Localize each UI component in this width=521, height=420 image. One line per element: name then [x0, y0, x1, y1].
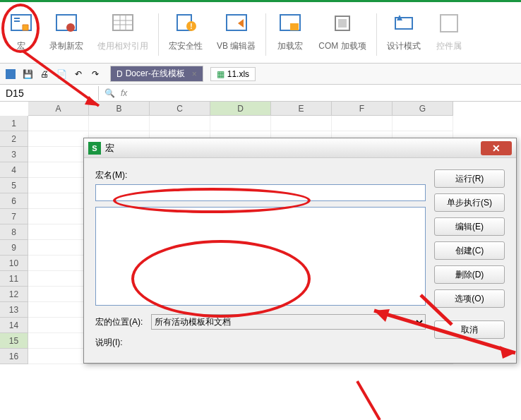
row-header[interactable]: 4 — [0, 162, 28, 178]
svg-line-27 — [357, 381, 380, 420]
menu-btn[interactable] — [3, 66, 18, 82]
cell[interactable] — [28, 271, 89, 287]
col-header[interactable]: A — [28, 102, 89, 116]
row-header[interactable]: 14 — [0, 318, 28, 333]
col-header[interactable]: F — [332, 102, 393, 116]
ribbon-design-mode[interactable]: 设计模式 — [380, 8, 428, 54]
cell[interactable] — [28, 162, 89, 178]
cell[interactable] — [28, 318, 89, 333]
redo-btn[interactable]: ↷ — [88, 66, 103, 82]
delete-button[interactable]: 删除(D) — [434, 265, 505, 284]
cell[interactable] — [393, 116, 453, 131]
svg-rect-5 — [113, 15, 133, 30]
row-header[interactable]: 3 — [0, 147, 28, 162]
row-header[interactable]: 15 — [0, 333, 28, 349]
cell-reference[interactable]: D15 — [0, 86, 99, 100]
svg-rect-20 — [6, 69, 16, 79]
cell[interactable] — [28, 224, 89, 240]
ribbon-label: 控件属 — [436, 40, 462, 52]
cancel-button[interactable]: 取消 — [434, 320, 505, 339]
options-button[interactable]: 选项(O) — [434, 289, 505, 308]
row-header[interactable]: 11 — [0, 271, 28, 287]
cell[interactable] — [28, 287, 89, 302]
ribbon-label: 使用相对引用 — [97, 40, 148, 52]
cell[interactable] — [28, 116, 89, 131]
run-button[interactable]: 运行(R) — [434, 169, 505, 188]
ribbon-load-macro[interactable]: 加载宏 — [269, 8, 311, 54]
ribbon-relative-ref[interactable]: 使用相对引用 — [90, 8, 155, 54]
dialog-close-btn[interactable]: ✕ — [481, 141, 512, 155]
cell[interactable] — [28, 349, 89, 364]
row-header[interactable]: 13 — [0, 302, 28, 318]
tab-docer[interactable]: D Docer-在线模板 × — [110, 66, 203, 82]
macro-name-input[interactable] — [95, 184, 426, 201]
macro-name-label: 宏名(M): — [95, 169, 426, 181]
col-header[interactable]: C — [150, 102, 210, 116]
quick-access-toolbar: 💾 🖨 📄 ↶ ↷ D Docer-在线模板 × ▦ 11.xls — [0, 64, 521, 85]
cell[interactable] — [28, 147, 89, 162]
tab-file[interactable]: ▦ 11.xls — [210, 67, 256, 81]
ribbon-label: COM 加载项 — [318, 40, 366, 52]
load-macro-icon — [276, 9, 304, 37]
row-header[interactable]: 2 — [0, 131, 28, 147]
step-button[interactable]: 单步执行(S) — [434, 193, 505, 212]
undo-btn[interactable]: ↶ — [71, 66, 86, 82]
ribbon-label: 录制新宏 — [49, 40, 83, 52]
fx-label[interactable]: fx — [121, 88, 127, 98]
row-header[interactable]: 12 — [0, 287, 28, 302]
search-icon[interactable]: 🔍 — [104, 88, 115, 98]
cell[interactable] — [150, 116, 210, 131]
cell[interactable] — [271, 116, 332, 131]
cell[interactable] — [89, 116, 150, 131]
row-header[interactable]: 6 — [0, 193, 28, 209]
xls-icon: ▦ — [217, 69, 224, 79]
record-macro-icon — [52, 9, 80, 37]
print-btn[interactable]: 🖨 — [37, 66, 52, 82]
save-btn[interactable]: 💾 — [20, 66, 35, 82]
close-icon[interactable]: × — [192, 69, 197, 79]
docer-icon: D — [116, 69, 123, 79]
col-header[interactable]: D — [210, 102, 271, 116]
edit-button[interactable]: 编辑(E) — [434, 217, 505, 236]
cell[interactable] — [28, 302, 89, 318]
cell[interactable] — [28, 178, 89, 193]
description-label: 说明(I): — [95, 337, 426, 349]
row-header[interactable]: 16 — [0, 349, 28, 364]
dialog-title-text: 宏 — [105, 142, 481, 155]
preview-btn[interactable]: 📄 — [54, 66, 69, 82]
cell[interactable] — [28, 209, 89, 224]
row-header[interactable]: 10 — [0, 256, 28, 271]
cell[interactable] — [210, 116, 271, 131]
dialog-titlebar[interactable]: S 宏 ✕ — [84, 138, 516, 158]
ribbon-vb-editor[interactable]: VB 编辑器 — [210, 8, 263, 54]
cell[interactable] — [28, 131, 89, 147]
cell[interactable] — [28, 256, 89, 271]
control-props-icon — [435, 9, 463, 37]
divider — [265, 13, 266, 56]
app-icon: S — [88, 142, 101, 155]
cell[interactable] — [28, 333, 89, 349]
col-header[interactable]: G — [393, 102, 453, 116]
macro-icon — [7, 9, 35, 37]
svg-rect-19 — [441, 15, 457, 32]
create-button[interactable]: 创建(C) — [434, 241, 505, 260]
cell[interactable] — [332, 116, 393, 131]
cell[interactable] — [28, 193, 89, 209]
col-header[interactable]: E — [271, 102, 332, 116]
ribbon-label: 设计模式 — [387, 40, 421, 52]
row-header[interactable]: 8 — [0, 224, 28, 240]
col-header[interactable]: B — [89, 102, 150, 116]
row-header[interactable]: 7 — [0, 209, 28, 224]
ribbon-com-addins[interactable]: COM 加载项 — [311, 8, 373, 54]
ribbon-macro-security[interactable]: ! 宏安全性 — [162, 8, 210, 54]
ribbon-macro[interactable]: 宏 — [0, 8, 42, 54]
ribbon-record-macro[interactable]: 录制新宏 — [42, 8, 90, 54]
macro-list[interactable] — [95, 207, 426, 306]
cell[interactable] — [28, 240, 89, 256]
location-select[interactable]: 所有活动模板和文档 — [151, 314, 426, 330]
row-header[interactable]: 9 — [0, 240, 28, 256]
row-header[interactable]: 1 — [0, 116, 28, 131]
ribbon-label: 宏安全性 — [169, 40, 203, 52]
row-header[interactable]: 5 — [0, 178, 28, 193]
ribbon-control-props[interactable]: 控件属 — [428, 8, 470, 54]
